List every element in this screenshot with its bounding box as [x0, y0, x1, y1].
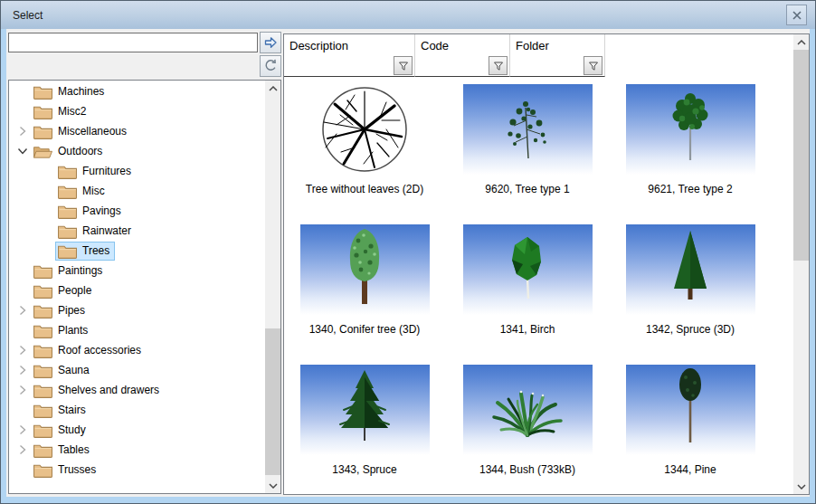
thumbnail-tree-2d — [300, 84, 430, 175]
folder-icon — [33, 323, 52, 338]
grid-item-9620-tree-type-1[interactable]: 9620, Tree type 1 — [455, 84, 600, 195]
chevron-right-icon[interactable] — [14, 385, 31, 395]
tree-item-roof-accessories[interactable]: Roof accessories — [9, 340, 265, 360]
tree-item-label: Plants — [58, 324, 88, 337]
tree-item-machines[interactable]: Machines — [9, 81, 265, 101]
column-label: Folder — [510, 34, 604, 52]
search-input[interactable] — [8, 33, 258, 52]
pine-art — [626, 365, 755, 455]
chevron-right-icon[interactable] — [14, 365, 31, 376]
tree-scrollbar[interactable] — [265, 81, 280, 493]
chevron-up-icon — [269, 86, 278, 91]
arrow-right-icon — [263, 35, 278, 50]
grid-item-1340-conifer-tree-3d[interactable]: 1340, Conifer tree (3D) — [292, 224, 437, 336]
select-dialog: Select Machines Misc2 — [0, 0, 816, 504]
tree-item-label: Misc2 — [58, 105, 86, 118]
chevron-right-icon[interactable] — [14, 126, 31, 137]
scroll-down-button[interactable] — [265, 478, 280, 493]
spruce-art — [300, 365, 430, 455]
chevron-slot — [39, 166, 55, 176]
thumbnail-tree-type-1 — [463, 84, 593, 175]
column-header-description[interactable]: Description — [284, 34, 415, 77]
tree-item-label: Shelves and drawers — [58, 384, 159, 396]
thumbnail-grid: Tree without leaves (2D) — [284, 77, 793, 494]
tree-item-rainwater[interactable]: Rainwater — [9, 221, 265, 241]
tree-item-label: Roof accessories — [58, 344, 141, 357]
list-scrollbar[interactable] — [793, 34, 809, 494]
title-bar: Select — [1, 1, 815, 29]
scroll-up-button[interactable] — [265, 81, 280, 96]
tree-item-label: Pipes — [58, 304, 85, 317]
tree-item-furnitures[interactable]: Furnitures — [9, 161, 265, 181]
chevron-up-icon — [797, 40, 806, 45]
grid-item-label: 9621, Tree type 2 — [648, 183, 732, 195]
tree-item-label: People — [58, 284, 91, 297]
scrollbar-thumb[interactable] — [265, 328, 280, 475]
column-header-folder[interactable]: Folder — [510, 34, 605, 77]
chevron-slot — [14, 86, 31, 97]
search-go-button[interactable] — [260, 32, 281, 53]
filter-button-description[interactable] — [394, 56, 413, 75]
close-button[interactable] — [786, 5, 807, 25]
tree-item-label: Pavings — [82, 204, 121, 217]
scroll-down-button[interactable] — [793, 479, 809, 494]
thumbnail-spruce — [300, 365, 430, 455]
folder-icon — [33, 303, 52, 319]
refresh-button[interactable] — [260, 55, 281, 77]
close-icon — [792, 11, 802, 20]
chevron-slot — [14, 265, 31, 276]
grid-item-tree-without-leaves-2d[interactable]: Tree without leaves (2D) — [292, 84, 437, 195]
tree-item-outdoors[interactable]: Outdoors — [9, 141, 265, 161]
thumbnail-bush — [463, 365, 593, 455]
chevron-right-icon[interactable] — [14, 305, 31, 316]
chevron-slot — [39, 245, 55, 256]
filter-button-code[interactable] — [489, 56, 508, 75]
tree-item-tables[interactable]: Tables — [9, 440, 265, 460]
tree-item-study[interactable]: Study — [9, 420, 265, 440]
folder-icon — [33, 283, 52, 299]
folder-icon — [33, 84, 52, 100]
tree-item-shelves-and-drawers[interactable]: Shelves and drawers — [9, 380, 265, 400]
tree-item-label: Misc — [82, 185, 105, 197]
chevron-down-icon — [269, 483, 278, 489]
window-title: Select — [13, 9, 43, 22]
tree-item-pavings[interactable]: Pavings — [9, 201, 265, 221]
tree-item-plants[interactable]: Plants — [9, 320, 265, 340]
tree-item-label: Rainwater — [82, 224, 131, 237]
tree-item-trusses[interactable]: Trusses — [9, 460, 265, 480]
column-header-code[interactable]: Code — [415, 34, 510, 77]
tree-item-miscellaneous[interactable]: Miscellaneous — [9, 121, 265, 141]
grid-item-1341-birch[interactable]: 1341, Birch — [455, 224, 600, 336]
chevron-right-icon[interactable] — [14, 424, 31, 435]
folder-tree: Machines Misc2 Miscellaneous Outdoors Fu — [9, 81, 265, 493]
tree-item-misc2[interactable]: Misc2 — [9, 101, 265, 121]
folder-icon — [58, 204, 77, 219]
tree-item-sauna[interactable]: Sauna — [9, 360, 265, 380]
tree-item-misc[interactable]: Misc — [9, 181, 265, 201]
chevron-right-icon[interactable] — [14, 345, 31, 356]
grid-item-1344-bush[interactable]: 1344, Bush (733kB) — [455, 365, 600, 476]
folder-icon — [58, 243, 77, 259]
tree-item-pipes[interactable]: Pipes — [9, 300, 265, 320]
tree-item-paintings[interactable]: Paintings — [9, 261, 265, 281]
tree-item-stairs[interactable]: Stairs — [9, 400, 265, 420]
grid-item-9621-tree-type-2[interactable]: 9621, Tree type 2 — [618, 84, 763, 195]
grid-item-1344-pine[interactable]: 1344, Pine — [618, 365, 763, 476]
tree-item-people[interactable]: People — [9, 281, 265, 300]
folder-icon — [33, 343, 52, 358]
grid-item-1343-spruce[interactable]: 1343, Spruce — [292, 365, 437, 476]
filter-icon — [493, 61, 504, 71]
filter-icon — [398, 61, 409, 71]
chevron-slot — [14, 464, 31, 475]
tree-item-trees[interactable]: Trees — [9, 241, 265, 261]
tree-item-label: Sauna — [58, 364, 90, 376]
chevron-slot — [14, 404, 31, 415]
chevron-down-icon[interactable] — [14, 146, 31, 157]
filter-button-folder[interactable] — [584, 56, 603, 75]
scroll-up-button[interactable] — [793, 34, 809, 50]
scrollbar-thumb[interactable] — [793, 50, 809, 261]
chevron-right-icon[interactable] — [14, 444, 31, 455]
grid-item-label: 1340, Conifer tree (3D) — [309, 323, 421, 336]
refresh-icon — [263, 59, 278, 73]
grid-item-1342-spruce-3d[interactable]: 1342, Spruce (3D) — [618, 224, 763, 336]
